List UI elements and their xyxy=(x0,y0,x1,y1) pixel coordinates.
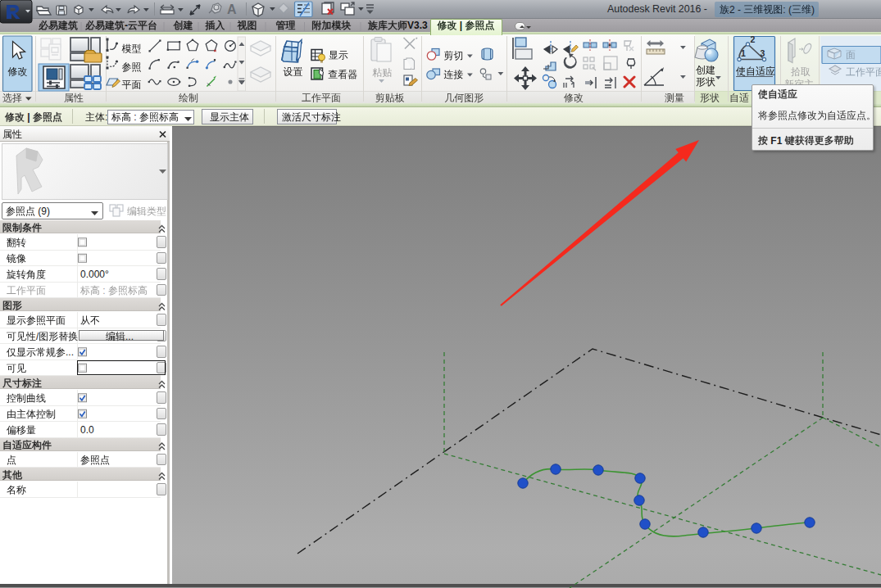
svg-text:F1: F1 xyxy=(770,135,782,147)
